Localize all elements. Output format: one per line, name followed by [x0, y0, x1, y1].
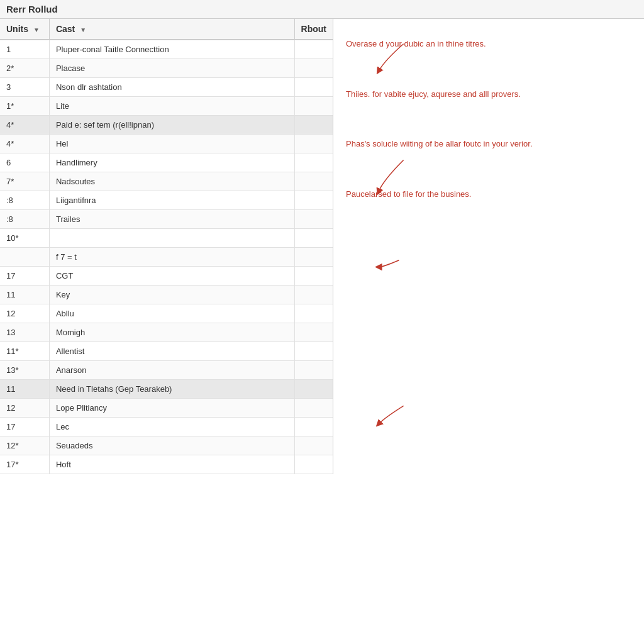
cell-units: 12 [0, 304, 49, 323]
annotation-text: Paucelarsed to file for the busines. [346, 188, 631, 201]
cell-cast: Need in Tletahs (Gep Tearakeb) [49, 380, 294, 399]
units-label: Units [6, 24, 28, 34]
cell-cast: Allentist [49, 342, 294, 361]
page-title: Rerr Rollud [0, 0, 644, 19]
rbout-label: Rbout [301, 24, 326, 34]
cell-units: 1* [0, 97, 49, 116]
annotation-ann1: Overase d your dubic an in thine titres. [346, 38, 631, 50]
cell-rbout [294, 229, 333, 248]
table-header: Units ▼ Cast ▼ Rbout [0, 19, 333, 40]
annotation-ann3: Phas's solucle wiiting of be allar foutc… [346, 138, 631, 150]
cell-cast: Hel [49, 135, 294, 153]
cell-cast: Seuadeds [49, 436, 294, 455]
units-sort-icon[interactable]: ▼ [33, 26, 40, 33]
table-row: 11*Allentist [0, 342, 333, 361]
table-row: 12Abllu [0, 304, 333, 323]
cell-cast: Key [49, 286, 294, 304]
cell-cast: Nson dlr ashtation [49, 78, 294, 97]
table-row: 11Key [0, 286, 333, 304]
cast-label: Cast [56, 24, 75, 34]
cell-units: 17* [0, 455, 49, 474]
cell-rbout [294, 135, 333, 153]
column-header-cast[interactable]: Cast ▼ [49, 19, 294, 40]
table-row: 17Lec [0, 418, 333, 436]
cell-rbout [294, 304, 333, 323]
cell-rbout [294, 97, 333, 116]
table-row: :8Trailes [0, 210, 333, 229]
cell-rbout [294, 267, 333, 286]
table-row: 4*Hel [0, 135, 333, 153]
cell-cast: Lec [49, 418, 294, 436]
cell-rbout [294, 153, 333, 172]
cell-rbout [294, 116, 333, 135]
cell-rbout [294, 455, 333, 474]
cell-units: :8 [0, 191, 49, 210]
cell-cast: Abllu [49, 304, 294, 323]
cell-cast: f 7 = t [49, 248, 294, 267]
cell-rbout [294, 399, 333, 418]
cell-units: 1 [0, 40, 49, 59]
table-row: f 7 = t [0, 248, 333, 267]
cell-rbout [294, 210, 333, 229]
table-row: 10* [0, 229, 333, 248]
table-row: 13*Anarson [0, 361, 333, 380]
cell-cast: Lope Plitiancy [49, 399, 294, 418]
cell-rbout [294, 78, 333, 97]
cell-cast: CGT [49, 267, 294, 286]
table-row: 13Momigh [0, 323, 333, 342]
cell-units: 4* [0, 116, 49, 135]
annotation-text: Thiies. for vabite ejucy, aqurese and al… [346, 88, 631, 101]
cell-rbout [294, 323, 333, 342]
cell-cast [49, 229, 294, 248]
cell-units: 6 [0, 153, 49, 172]
table-row: 12*Seuadeds [0, 436, 333, 455]
cell-cast: Pluper-conal Taitle Connecttion [49, 40, 294, 59]
table-row: 2*Placase [0, 59, 333, 78]
annotations-container: Overase d your dubic an in thine titres.… [346, 25, 631, 200]
cell-cast: Trailes [49, 210, 294, 229]
cell-units: 12* [0, 436, 49, 455]
cell-rbout [294, 59, 333, 78]
cell-units: 11* [0, 342, 49, 361]
cell-rbout [294, 40, 333, 59]
cell-rbout [294, 361, 333, 380]
cell-units: 17 [0, 267, 49, 286]
data-table: Units ▼ Cast ▼ Rbout 1Pluper-conal Taitl… [0, 19, 333, 474]
annotation-text: Phas's solucle wiiting of be allar foutc… [346, 138, 631, 150]
table-body: 1Pluper-conal Taitle Connecttion2*Placas… [0, 40, 333, 474]
cast-sort-icon[interactable]: ▼ [80, 26, 86, 33]
cell-rbout [294, 418, 333, 436]
table-row: 3Nson dlr ashtation [0, 78, 333, 97]
table-row: 4*Paid e: sef tem (r(ell!ipnan) [0, 116, 333, 135]
table-row: 17*Hoft [0, 455, 333, 474]
cell-units: 13* [0, 361, 49, 380]
annotations-panel: Overase d your dubic an in thine titres.… [333, 19, 644, 474]
table-row: 1*Lite [0, 97, 333, 116]
table-row: 7*Nadsoutes [0, 172, 333, 191]
cell-units: 4* [0, 135, 49, 153]
annotation-text: Overase d your dubic an in thine titres. [346, 38, 631, 50]
table-row: 12Lope Plitiancy [0, 399, 333, 418]
table-row: :8Liigantifnra [0, 191, 333, 210]
cell-units: 17 [0, 418, 49, 436]
cell-units: 3 [0, 78, 49, 97]
cell-units: 7* [0, 172, 49, 191]
cell-rbout [294, 436, 333, 455]
cell-units: 11 [0, 380, 49, 399]
cell-units: 2* [0, 59, 49, 78]
cell-units: 10* [0, 229, 49, 248]
cell-cast: Anarson [49, 361, 294, 380]
cell-cast: Nadsoutes [49, 172, 294, 191]
table-row: 6Handlimery [0, 153, 333, 172]
column-header-units[interactable]: Units ▼ [0, 19, 49, 40]
table-row: 11Need in Tletahs (Gep Tearakeb) [0, 380, 333, 399]
cell-units [0, 248, 49, 267]
annotation-ann2: Thiies. for vabite ejucy, aqurese and al… [346, 88, 631, 101]
cell-units: :8 [0, 210, 49, 229]
cell-units: 13 [0, 323, 49, 342]
cell-units: 11 [0, 286, 49, 304]
table-row: 17CGT [0, 267, 333, 286]
cell-cast: Paid e: sef tem (r(ell!ipnan) [49, 116, 294, 135]
cell-rbout [294, 248, 333, 267]
column-header-rbout: Rbout [294, 19, 333, 40]
